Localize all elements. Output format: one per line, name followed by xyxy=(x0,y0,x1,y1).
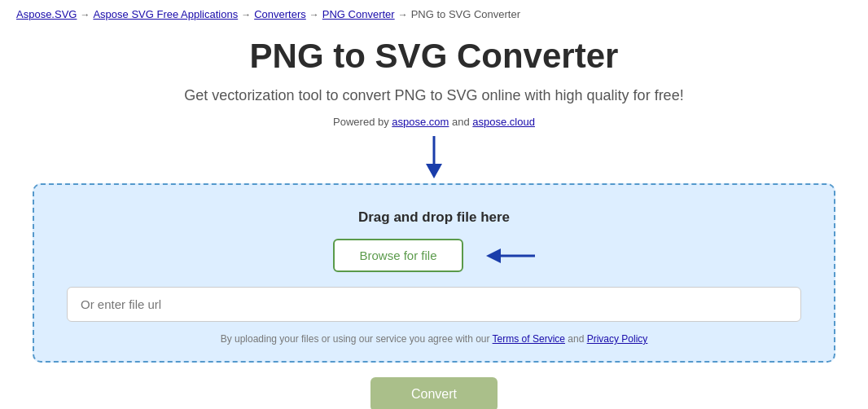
browse-btn-row: Browse for file xyxy=(67,239,801,272)
breadcrumb-arrow-2: → xyxy=(241,9,251,20)
right-arrow-icon xyxy=(486,247,535,265)
breadcrumb-converters[interactable]: Converters xyxy=(254,8,306,20)
terms-text: By uploading your files or using our ser… xyxy=(67,333,801,345)
aspose-cloud-link[interactable]: aspose.cloud xyxy=(472,116,535,128)
svg-marker-3 xyxy=(486,248,501,263)
powered-by-and: and xyxy=(449,116,472,128)
breadcrumb-arrow-4: → xyxy=(398,9,408,20)
url-input[interactable] xyxy=(67,287,801,322)
powered-by-prefix: Powered by xyxy=(333,116,392,128)
down-arrow-icon xyxy=(423,136,445,178)
aspose-com-link[interactable]: aspose.com xyxy=(392,116,449,128)
svg-marker-1 xyxy=(426,164,442,178)
breadcrumb-arrow-1: → xyxy=(80,9,90,20)
subtitle: Get vectorization tool to convert PNG to… xyxy=(33,87,835,104)
terms-of-service-link[interactable]: Terms of Service xyxy=(493,333,565,345)
breadcrumb-arrow-3: → xyxy=(309,9,319,20)
breadcrumb-png-converter[interactable]: PNG Converter xyxy=(322,8,395,20)
breadcrumb-free-apps[interactable]: Aspose SVG Free Applications xyxy=(93,8,238,20)
breadcrumb-current: PNG to SVG Converter xyxy=(411,8,520,20)
convert-button[interactable]: Convert xyxy=(370,377,498,409)
privacy-policy-link[interactable]: Privacy Policy xyxy=(587,333,648,345)
drop-zone: Drag and drop file here Browse for file … xyxy=(33,183,835,363)
breadcrumb-aspose-svg[interactable]: Aspose.SVG xyxy=(16,8,77,20)
drag-text: Drag and drop file here xyxy=(67,209,801,226)
page-title: PNG to SVG Converter xyxy=(33,37,835,76)
powered-by: Powered by aspose.com and aspose.cloud xyxy=(33,116,835,128)
terms-and: and xyxy=(565,333,587,345)
terms-prefix: By uploading your files or using our ser… xyxy=(221,333,493,345)
main-content: PNG to SVG Converter Get vectorization t… xyxy=(0,29,868,409)
breadcrumb: Aspose.SVG → Aspose SVG Free Application… xyxy=(0,0,868,29)
browse-for-file-button[interactable]: Browse for file xyxy=(333,239,462,272)
